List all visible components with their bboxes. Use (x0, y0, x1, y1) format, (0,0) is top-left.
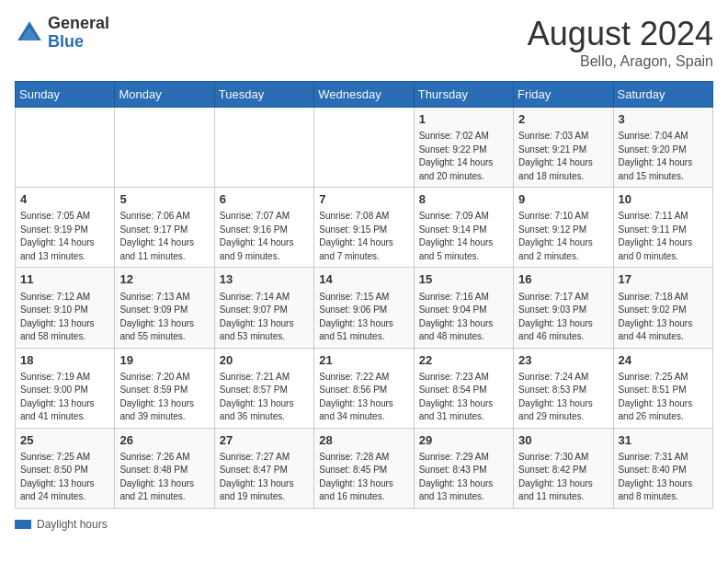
day-cell: 8Sunrise: 7:09 AM Sunset: 9:14 PM Daylig… (414, 188, 513, 268)
week-row-4: 18Sunrise: 7:19 AM Sunset: 9:00 PM Dayli… (16, 348, 713, 428)
day-number: 19 (119, 352, 209, 369)
day-cell: 14Sunrise: 7:15 AM Sunset: 9:06 PM Dayli… (314, 268, 414, 348)
day-number: 4 (20, 191, 109, 208)
day-number: 5 (119, 191, 209, 208)
logo-text: General Blue (48, 15, 109, 52)
day-cell (314, 108, 414, 188)
day-cell: 16Sunrise: 7:17 AM Sunset: 9:03 PM Dayli… (514, 268, 613, 348)
day-cell: 25Sunrise: 7:25 AM Sunset: 8:50 PM Dayli… (16, 428, 115, 508)
week-row-5: 25Sunrise: 7:25 AM Sunset: 8:50 PM Dayli… (16, 428, 713, 508)
day-cell: 15Sunrise: 7:16 AM Sunset: 9:04 PM Dayli… (414, 268, 513, 348)
day-info: Sunrise: 7:19 AM Sunset: 9:00 PM Dayligh… (20, 371, 109, 424)
day-number: 20 (220, 352, 309, 369)
col-saturday: Saturday (613, 82, 712, 108)
daylight-label: Daylight hours (37, 518, 108, 531)
location: Bello, Aragon, Spain (528, 53, 713, 70)
day-info: Sunrise: 7:11 AM Sunset: 9:11 PM Dayligh… (619, 210, 708, 263)
day-cell: 17Sunrise: 7:18 AM Sunset: 9:02 PM Dayli… (613, 268, 712, 348)
day-info: Sunrise: 7:30 AM Sunset: 8:42 PM Dayligh… (518, 451, 608, 504)
col-friday: Friday (514, 82, 613, 108)
col-tuesday: Tuesday (214, 82, 313, 108)
day-info: Sunrise: 7:12 AM Sunset: 9:10 PM Dayligh… (20, 291, 109, 344)
day-info: Sunrise: 7:16 AM Sunset: 9:04 PM Dayligh… (419, 291, 508, 344)
day-info: Sunrise: 7:14 AM Sunset: 9:07 PM Dayligh… (220, 291, 309, 344)
day-info: Sunrise: 7:05 AM Sunset: 9:19 PM Dayligh… (20, 210, 109, 263)
week-row-3: 11Sunrise: 7:12 AM Sunset: 9:10 PM Dayli… (16, 268, 713, 348)
day-cell (16, 108, 115, 188)
day-info: Sunrise: 7:17 AM Sunset: 9:03 PM Dayligh… (518, 291, 608, 344)
day-number: 28 (319, 432, 408, 449)
day-number: 29 (419, 432, 508, 449)
day-cell: 4Sunrise: 7:05 AM Sunset: 9:19 PM Daylig… (16, 188, 115, 268)
day-info: Sunrise: 7:04 AM Sunset: 9:20 PM Dayligh… (619, 130, 708, 183)
day-info: Sunrise: 7:13 AM Sunset: 9:09 PM Dayligh… (119, 291, 209, 344)
day-number: 31 (619, 432, 708, 449)
day-cell: 18Sunrise: 7:19 AM Sunset: 9:00 PM Dayli… (16, 348, 115, 428)
day-number: 9 (518, 191, 608, 208)
day-number: 26 (119, 432, 209, 449)
day-number: 13 (220, 271, 309, 288)
col-monday: Monday (115, 82, 214, 108)
day-number: 23 (518, 352, 608, 369)
day-info: Sunrise: 7:15 AM Sunset: 9:06 PM Dayligh… (319, 291, 408, 344)
day-number: 30 (518, 432, 608, 449)
footer-note: Daylight hours (15, 518, 713, 531)
day-number: 17 (619, 271, 708, 288)
day-cell: 12Sunrise: 7:13 AM Sunset: 9:09 PM Dayli… (115, 268, 214, 348)
day-info: Sunrise: 7:21 AM Sunset: 8:57 PM Dayligh… (220, 371, 309, 424)
day-cell: 29Sunrise: 7:29 AM Sunset: 8:43 PM Dayli… (414, 428, 513, 508)
day-number: 12 (119, 271, 209, 288)
month-year: August 2024 (528, 15, 713, 53)
day-number: 21 (319, 352, 408, 369)
col-wednesday: Wednesday (314, 82, 414, 108)
day-info: Sunrise: 7:18 AM Sunset: 9:02 PM Dayligh… (619, 291, 708, 344)
day-cell: 10Sunrise: 7:11 AM Sunset: 9:11 PM Dayli… (613, 188, 712, 268)
day-number: 22 (419, 352, 508, 369)
logo: General Blue (15, 15, 109, 52)
header-row: Sunday Monday Tuesday Wednesday Thursday… (16, 82, 713, 108)
logo-general: General (48, 14, 109, 32)
day-info: Sunrise: 7:06 AM Sunset: 9:17 PM Dayligh… (119, 210, 209, 263)
day-cell: 28Sunrise: 7:28 AM Sunset: 8:45 PM Dayli… (314, 428, 414, 508)
day-number: 18 (20, 352, 109, 369)
day-number: 6 (220, 191, 309, 208)
day-cell: 30Sunrise: 7:30 AM Sunset: 8:42 PM Dayli… (514, 428, 613, 508)
day-cell: 27Sunrise: 7:27 AM Sunset: 8:47 PM Dayli… (214, 428, 313, 508)
day-info: Sunrise: 7:24 AM Sunset: 8:53 PM Dayligh… (518, 371, 608, 424)
day-cell: 3Sunrise: 7:04 AM Sunset: 9:20 PM Daylig… (613, 108, 712, 188)
day-cell (115, 108, 214, 188)
day-number: 8 (419, 191, 508, 208)
week-row-1: 1Sunrise: 7:02 AM Sunset: 9:22 PM Daylig… (16, 108, 713, 188)
day-cell: 23Sunrise: 7:24 AM Sunset: 8:53 PM Dayli… (514, 348, 613, 428)
day-cell: 9Sunrise: 7:10 AM Sunset: 9:12 PM Daylig… (514, 188, 613, 268)
day-info: Sunrise: 7:23 AM Sunset: 8:54 PM Dayligh… (419, 371, 508, 424)
day-info: Sunrise: 7:29 AM Sunset: 8:43 PM Dayligh… (419, 451, 508, 504)
day-cell: 21Sunrise: 7:22 AM Sunset: 8:56 PM Dayli… (314, 348, 414, 428)
day-info: Sunrise: 7:25 AM Sunset: 8:51 PM Dayligh… (619, 371, 708, 424)
day-cell (214, 108, 313, 188)
day-info: Sunrise: 7:28 AM Sunset: 8:45 PM Dayligh… (319, 451, 408, 504)
day-cell: 11Sunrise: 7:12 AM Sunset: 9:10 PM Dayli… (16, 268, 115, 348)
day-cell: 5Sunrise: 7:06 AM Sunset: 9:17 PM Daylig… (115, 188, 214, 268)
day-info: Sunrise: 7:10 AM Sunset: 9:12 PM Dayligh… (518, 210, 608, 263)
day-cell: 1Sunrise: 7:02 AM Sunset: 9:22 PM Daylig… (414, 108, 513, 188)
day-cell: 2Sunrise: 7:03 AM Sunset: 9:21 PM Daylig… (514, 108, 613, 188)
day-info: Sunrise: 7:25 AM Sunset: 8:50 PM Dayligh… (20, 451, 109, 504)
logo-blue: Blue (48, 32, 84, 51)
day-number: 16 (518, 271, 608, 288)
day-info: Sunrise: 7:27 AM Sunset: 8:47 PM Dayligh… (220, 451, 309, 504)
day-number: 2 (518, 111, 608, 128)
daylight-bar-icon (15, 520, 31, 529)
col-sunday: Sunday (16, 82, 115, 108)
day-number: 24 (619, 352, 708, 369)
day-cell: 19Sunrise: 7:20 AM Sunset: 8:59 PM Dayli… (115, 348, 214, 428)
day-info: Sunrise: 7:09 AM Sunset: 9:14 PM Dayligh… (419, 210, 508, 263)
day-cell: 6Sunrise: 7:07 AM Sunset: 9:16 PM Daylig… (214, 188, 313, 268)
day-cell: 13Sunrise: 7:14 AM Sunset: 9:07 PM Dayli… (214, 268, 313, 348)
day-cell: 26Sunrise: 7:26 AM Sunset: 8:48 PM Dayli… (115, 428, 214, 508)
day-cell: 20Sunrise: 7:21 AM Sunset: 8:57 PM Dayli… (214, 348, 313, 428)
day-info: Sunrise: 7:08 AM Sunset: 9:15 PM Dayligh… (319, 210, 408, 263)
day-cell: 31Sunrise: 7:31 AM Sunset: 8:40 PM Dayli… (613, 428, 712, 508)
day-info: Sunrise: 7:22 AM Sunset: 8:56 PM Dayligh… (319, 371, 408, 424)
day-info: Sunrise: 7:03 AM Sunset: 9:21 PM Dayligh… (518, 130, 608, 183)
